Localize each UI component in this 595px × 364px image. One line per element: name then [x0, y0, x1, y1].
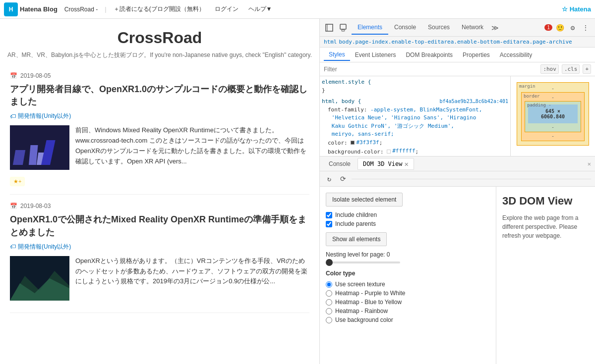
styles-filter-bar: :hov .cls +	[320, 62, 595, 76]
tab-close-right: ✕	[588, 160, 591, 167]
close-dom3d-tab[interactable]: ✕	[405, 160, 409, 167]
tab-styles[interactable]: Styles	[324, 49, 350, 61]
css-rule-element: element.style { }	[322, 78, 508, 95]
dom3d-right: 3D DOM View Explore the web page from a …	[496, 187, 595, 364]
login-nav[interactable]: ログイン	[212, 3, 241, 15]
color-option-2: Heatmap - Blue to Yellow	[326, 299, 490, 306]
svg-rect-8	[326, 24, 333, 31]
hatena-logo: H Hatena Blog	[4, 2, 58, 16]
reset-icon[interactable]: ⟳	[338, 173, 349, 184]
post-item: 📅 2019-08-03 OpenXR1.0で公開されたMixed Realit…	[10, 195, 309, 312]
filter-input[interactable]	[324, 66, 537, 73]
margin-label: margin	[519, 84, 536, 89]
devtools-actions: 1 🙂 ⚙ ⋮	[544, 22, 591, 33]
post-tag[interactable]: 🏷 開発情報(Unity以外)	[10, 243, 309, 251]
show-all-btn-container: Show all elements	[326, 232, 490, 246]
color-option-4: Use background color	[326, 316, 490, 323]
nesting-slider[interactable]	[326, 261, 400, 263]
help-nav[interactable]: ヘルプ▼	[245, 3, 275, 15]
post-date: 📅 2019-08-05	[10, 72, 309, 79]
smiley-icon[interactable]: 🙂	[554, 22, 565, 33]
tab-network[interactable]: Network	[456, 21, 489, 35]
tab-accessibility[interactable]: Accessibility	[495, 50, 537, 60]
color-option-3: Heatmap - Rainbow	[326, 308, 490, 314]
post-date: 📅 2019-08-03	[10, 203, 309, 209]
color-label-2: Heatmap - Blue to Yellow	[335, 299, 402, 306]
tab-console-bottom[interactable]: Console	[324, 158, 356, 169]
color-radio-3[interactable]	[326, 308, 332, 314]
blog-content: CrossRoad AR、MR、VR、Babylon.jsを中心とした技術ブログ…	[0, 19, 320, 364]
color-type-section: Color type Use screen texture Heatmap - …	[326, 270, 490, 325]
tab-elements[interactable]: Elements	[352, 21, 388, 35]
show-all-button[interactable]: Show all elements	[326, 232, 387, 246]
calendar-icon: 📅	[10, 203, 17, 209]
css-rule-html-body: html, body { bf4a5ae9b23…8c6b42a:401 fon…	[322, 98, 508, 156]
tag-icon: 🏷	[10, 113, 16, 120]
device-icon[interactable]	[338, 22, 349, 33]
post-body: OpenXRという規格があります。（主に）VRコンテンツを作る手段、VRのための…	[10, 256, 309, 305]
color-radio-1[interactable]	[326, 290, 332, 297]
tab-dom-breakpoints[interactable]: DOM Breakpoints	[401, 50, 458, 60]
dom3d-content: Isolate selected element Include childre…	[320, 187, 595, 364]
devtools-panel: Elements Console Sources Network ≫ 1 🙂 ⚙…	[320, 19, 595, 364]
post-body: 前回、Windows Mixed Reality OpenXR Runtimeに…	[10, 125, 309, 174]
error-badge: 1	[544, 24, 552, 31]
color-radio-0[interactable]	[326, 281, 332, 288]
include-parents-row: Include parents	[326, 220, 490, 227]
padding-label: padding -	[527, 103, 551, 107]
close-icon[interactable]: ✕	[588, 160, 591, 167]
color-label-0: Use screen texture	[335, 281, 385, 288]
add-style-btn[interactable]: +	[583, 64, 591, 74]
tab-sources[interactable]: Sources	[422, 21, 456, 35]
include-children-checkbox[interactable]	[326, 212, 332, 218]
topbar: H Hatena Blog CrossRoad - | ＋読者になる(ブログ開設…	[0, 0, 595, 19]
color-radio-4[interactable]	[326, 317, 332, 323]
include-children-row: Include children	[326, 211, 490, 218]
hov-filter-btn[interactable]: :hov	[540, 64, 559, 74]
devtools-tabs: Elements Console Sources Network ≫	[352, 21, 501, 35]
color-label-1: Heatmap - Purple to White	[335, 290, 405, 297]
inspect-icon[interactable]	[324, 22, 335, 33]
post-title[interactable]: OpenXR1.0で公開されたMixed Reality OpenXR Runt…	[10, 213, 309, 238]
reader-nav[interactable]: ＋読者になる(ブログ開設（無料）	[111, 3, 208, 15]
breadcrumb-html[interactable]: html	[324, 39, 337, 45]
hatena-logo-icon: H	[4, 2, 18, 16]
dom3d-tab-label: DOM 3D View	[363, 160, 402, 167]
blog-title: CrossRoad	[0, 29, 319, 47]
color-option-1: Heatmap - Purple to White	[326, 290, 490, 297]
isolate-button[interactable]: Isolate selected element	[326, 193, 403, 207]
post-item: 📅 2019-08-05 アプリ開発者目線で、OpenXR1.0のサンプルコード…	[10, 64, 309, 195]
tab-event-listeners[interactable]: Event Listeners	[350, 50, 401, 60]
include-parents-checkbox[interactable]	[326, 221, 332, 227]
include-parents-label: Include parents	[335, 220, 376, 227]
main-layout: CrossRoad AR、MR、VR、Babylon.jsを中心とした技術ブログ…	[0, 19, 595, 364]
breadcrumb-body[interactable]: body.page-index.enable-top-editarea.enab…	[339, 39, 572, 45]
styles-content-area: element.style { } html, body { bf4a5ae9b…	[320, 76, 595, 156]
breadcrumb: html body.page-index.enable-top-editarea…	[320, 37, 595, 48]
styles-sub-tabs: Styles Event Listeners DOM Breakpoints P…	[320, 48, 595, 62]
tab-console[interactable]: Console	[388, 21, 422, 35]
more-tabs-icon[interactable]: ≫	[489, 22, 501, 34]
star-badge[interactable]: ★+	[10, 177, 309, 186]
border-box: border - padding - 645 × 6060.840 - -	[521, 92, 585, 141]
more-options-icon[interactable]: ⋮	[580, 22, 591, 33]
tab-dom3d[interactable]: DOM 3D View ✕	[357, 158, 414, 170]
hatena-blog-text: Hatena Blog	[20, 5, 58, 13]
color-radio-2[interactable]	[326, 299, 332, 306]
cls-filter-btn[interactable]: .cls	[562, 64, 580, 74]
margin-box: margin - border - padding - 645 × 6060.8…	[517, 82, 589, 146]
console-actions: ↻ ⟳	[320, 171, 595, 187]
refresh-icon[interactable]: ↻	[324, 173, 335, 184]
tab-properties[interactable]: Properties	[458, 50, 495, 60]
box-dimensions: 645 × 6060.840	[541, 108, 565, 119]
post-title[interactable]: アプリ開発者目線で、OpenXR1.0のサンプルコードの概要と動作を確認しました	[10, 83, 309, 108]
calendar-icon: 📅	[10, 72, 17, 79]
settings-icon[interactable]: ⚙	[567, 22, 578, 33]
post-date-text: 2019-08-05	[20, 72, 51, 79]
blog-posts: 📅 2019-08-05 アプリ開発者目線で、OpenXR1.0のサンプルコード…	[0, 64, 319, 313]
tag-text: 開発情報(Unity以外)	[18, 243, 71, 251]
post-excerpt: 前回、Windows Mixed Reality OpenXR Runtimeに…	[75, 125, 309, 166]
crossroad-nav[interactable]: CrossRoad -	[61, 4, 101, 15]
box-model-area: margin - border - padding - 645 × 6060.8…	[511, 76, 595, 156]
post-tag[interactable]: 🏷 開発情報(Unity以外)	[10, 112, 309, 120]
